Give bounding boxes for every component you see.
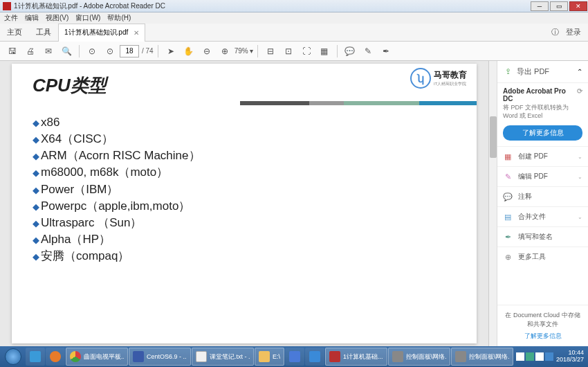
tab-home[interactable]: 主页 xyxy=(0,24,29,42)
page-up-icon[interactable]: ⊙ xyxy=(84,44,100,59)
chevron-down-icon: ⌄ xyxy=(578,154,582,160)
list-item: ◆ARM（Acorn RISC Machine） xyxy=(33,147,456,164)
taskbar-app[interactable]: E:\ xyxy=(255,348,284,366)
fit-width-icon[interactable]: ⊟ xyxy=(262,44,279,59)
print-icon[interactable]: 🖨 xyxy=(22,44,39,59)
comment-icon[interactable]: 💬 xyxy=(342,44,358,59)
bullet-icon: ◆ xyxy=(33,118,39,128)
folder-icon xyxy=(259,351,270,362)
tab-document[interactable]: 1计算机基础知识.pdf ✕ xyxy=(58,24,145,42)
list-item: ◆x86 xyxy=(33,114,456,131)
logo-icon: ʮ xyxy=(410,68,431,89)
window-title: 1计算机基础知识.pdf - Adobe Acrobat Reader DC xyxy=(14,1,530,11)
zoom-in-icon[interactable]: ⊕ xyxy=(217,44,233,59)
bullet-icon: ◆ xyxy=(33,251,39,262)
plus-icon: ⊕ xyxy=(503,252,513,262)
system-tray[interactable]: 10:44 2018/3/27 xyxy=(516,350,587,364)
tab-document-label: 1计算机基础知识.pdf xyxy=(64,28,128,37)
save-icon[interactable]: 🖫 xyxy=(4,44,21,59)
highlight-icon[interactable]: ✎ xyxy=(360,44,376,59)
login-button[interactable]: 登录 xyxy=(566,27,581,37)
tray-icon[interactable] xyxy=(526,352,534,361)
side-item-comment[interactable]: 💬注释 xyxy=(497,186,588,206)
learn-more-button[interactable]: 了解更多信息 xyxy=(503,125,582,141)
chevron-up-icon: ⌃ xyxy=(577,68,582,75)
close-button[interactable]: ✕ xyxy=(569,1,587,11)
menu-edit[interactable]: 编辑 xyxy=(25,13,39,23)
menu-view[interactable]: 视图(V) xyxy=(46,13,68,23)
sync-icon: ⟳ xyxy=(577,87,582,102)
tray-icon[interactable] xyxy=(535,352,544,361)
document-viewport[interactable]: CPU类型 ʮ 马哥教育 IT人精英职业学院 ◆x86 ◆X64（CISC） ◆… xyxy=(0,61,488,346)
taskbar-app[interactable]: 1计算机基础... xyxy=(325,348,387,366)
separator xyxy=(79,45,80,57)
taskbar-app[interactable]: 控制面板\网络... xyxy=(451,348,513,366)
zoom-dropdown-icon[interactable]: ▾ xyxy=(250,47,253,55)
list-item: ◆X64（CISC） xyxy=(33,131,456,147)
list-item: ◆安腾（compaq） xyxy=(33,248,456,265)
logo: ʮ 马哥教育 IT人精英职业学院 xyxy=(410,68,467,89)
taskbar-app[interactable]: 曲面电视平板... xyxy=(66,348,128,366)
taskbar-app[interactable]: 控制面板\网络... xyxy=(388,348,450,366)
vertical-scrollbar[interactable] xyxy=(488,61,497,346)
sign-icon: ✒ xyxy=(503,232,513,242)
tab-tools[interactable]: 工具 xyxy=(29,24,58,42)
scrollbar-thumb[interactable] xyxy=(490,116,497,158)
windows-icon xyxy=(5,348,21,365)
chevron-down-icon: ⌄ xyxy=(578,214,582,220)
list-item: ◆Ultrasparc （Sun） xyxy=(33,215,456,231)
pointer-icon[interactable]: ➤ xyxy=(163,44,179,59)
list-item: ◆m68000, m68k（moto） xyxy=(33,164,456,181)
taskbar-app[interactable]: 课堂笔记.txt - ... xyxy=(192,348,254,366)
bullet-icon: ◆ xyxy=(33,202,39,212)
decorative-bar xyxy=(240,101,477,105)
mail-icon[interactable]: ✉ xyxy=(40,44,57,59)
start-button[interactable] xyxy=(1,348,25,366)
taskbar-app-ie[interactable] xyxy=(26,348,45,366)
footer-link[interactable]: 了解更多信息 xyxy=(503,332,582,341)
taskbar-app[interactable]: CentOS6.9 - ... xyxy=(129,348,191,366)
taskbar-app-firefox[interactable] xyxy=(46,348,65,366)
chevron-down-icon: ⌄ xyxy=(578,174,582,180)
tab-close-icon[interactable]: ✕ xyxy=(134,29,139,37)
bullet-icon: ◆ xyxy=(33,151,39,161)
ie-icon xyxy=(30,351,41,362)
side-export-header[interactable]: ⇪导出 PDF ⌃ xyxy=(497,61,588,83)
side-item-create[interactable]: ▦创建 PDF⌄ xyxy=(497,146,588,166)
settings-icon xyxy=(392,351,403,362)
fit-page-icon[interactable]: ⊡ xyxy=(280,44,297,59)
menu-file[interactable]: 文件 xyxy=(4,13,18,23)
toolbar: 🖫 🖨 ✉ 🔍 ⊙ ⊙ / 74 ➤ ✋ ⊖ ⊕ 79% ▾ ⊟ ⊡ ⛶ ▦ 💬… xyxy=(0,42,588,61)
clock[interactable]: 10:44 2018/3/27 xyxy=(556,350,584,364)
edit-pdf-icon: ✎ xyxy=(503,172,513,181)
page-down-icon[interactable]: ⊙ xyxy=(102,44,118,59)
side-item-edit[interactable]: ✎编辑 PDF⌄ xyxy=(497,166,588,186)
app-icon xyxy=(289,351,300,362)
hand-icon[interactable]: ✋ xyxy=(181,44,197,59)
bullet-icon: ◆ xyxy=(33,168,39,178)
tray-icon[interactable] xyxy=(516,352,524,361)
taskbar-app-edge[interactable] xyxy=(305,348,324,366)
side-item-sign[interactable]: ✒填写和签名 xyxy=(497,226,588,247)
fullscreen-icon[interactable]: ⛶ xyxy=(298,44,315,59)
maximize-button[interactable]: ▭ xyxy=(550,1,568,11)
zoom-level: 79% xyxy=(235,47,248,55)
read-icon[interactable]: ▦ xyxy=(316,44,333,59)
search-icon[interactable]: 🔍 xyxy=(58,44,75,59)
help-icon[interactable]: ⓘ xyxy=(551,27,559,37)
side-item-merge[interactable]: ▤合并文件⌄ xyxy=(497,206,588,226)
sign-icon[interactable]: ✒ xyxy=(378,44,394,59)
page-total: / 74 xyxy=(142,47,154,55)
vm-icon xyxy=(133,351,144,362)
zoom-out-icon[interactable]: ⊖ xyxy=(199,44,215,59)
tray-icon[interactable] xyxy=(545,352,553,361)
list-item: ◆Alpha（HP） xyxy=(33,231,456,248)
menu-help[interactable]: 帮助(H) xyxy=(107,13,131,23)
taskbar-app-apps[interactable] xyxy=(285,348,304,366)
page-number-input[interactable] xyxy=(120,45,139,57)
menu-window[interactable]: 窗口(W) xyxy=(75,13,100,23)
side-item-more[interactable]: ⊕更多工具 xyxy=(497,247,588,267)
tools-sidepanel: ⇪导出 PDF ⌃ Adobe Acrobat Pro DC⟳ 将 PDF 文件… xyxy=(497,61,588,346)
notepad-icon xyxy=(196,351,207,362)
minimize-button[interactable]: ─ xyxy=(531,1,549,11)
